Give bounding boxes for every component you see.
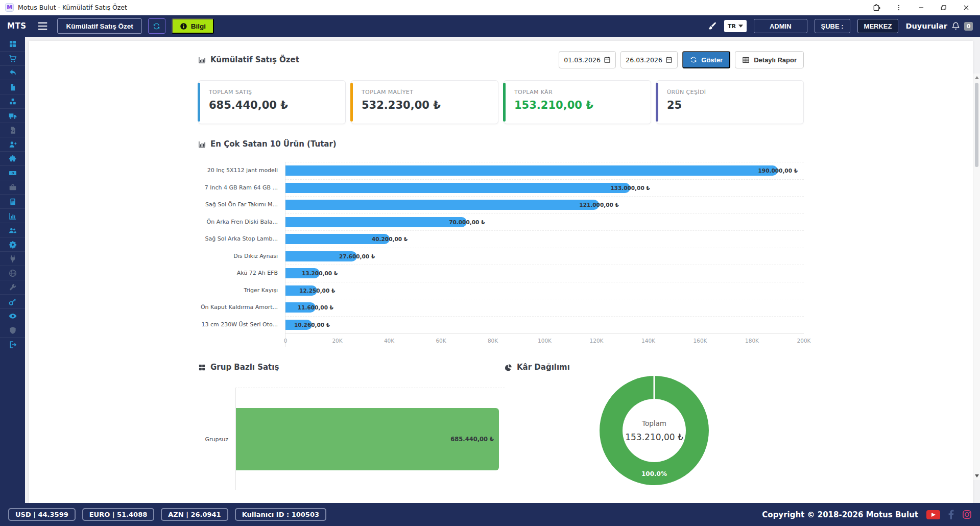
date-from-input[interactable]: 01.03.2026	[559, 51, 616, 68]
category-label: 20 Inç 5X112 jant modeli	[198, 162, 285, 179]
bar-value-label: 10.260,00 ₺	[294, 322, 330, 328]
grid-icon	[198, 364, 206, 371]
bar-track: 11.600,00 ₺	[285, 299, 804, 316]
chart-row: Akü 72 Ah EFB13.200,00 ₺	[198, 265, 804, 282]
undo-icon	[9, 69, 17, 77]
sidebar-item-users[interactable]	[0, 223, 25, 237]
category-label: Triger Kayışı	[198, 282, 285, 299]
card-value: 153.210,00 ₺	[514, 99, 641, 111]
theme-brush-icon[interactable]	[708, 21, 717, 31]
x-tick-label: 100K	[538, 338, 552, 344]
refresh-page-button[interactable]	[148, 18, 165, 34]
toolbox-icon	[9, 183, 17, 192]
card-label: TOPLAM SATIŞ	[209, 89, 336, 95]
sidebar-item-grid[interactable]	[0, 37, 25, 51]
puzzle-icon	[9, 155, 17, 163]
language-select[interactable]: TR	[724, 20, 747, 32]
sidebar-item-money[interactable]	[0, 165, 25, 180]
sidebar-item-file[interactable]	[0, 80, 25, 94]
app-logo-icon: M	[5, 3, 14, 12]
bar-track: 27.600,00 ₺	[285, 248, 804, 265]
category-label: Sağ Sol Ön Far Takımı M...	[198, 196, 285, 213]
show-button[interactable]: Göster	[682, 51, 730, 68]
brand-logo[interactable]: MTS	[7, 21, 26, 31]
cart-icon	[9, 55, 17, 63]
sidebar-item-globe[interactable]	[0, 266, 25, 280]
sidebar-item-cogs[interactable]	[0, 237, 25, 251]
branch-label-button[interactable]: ŞUBE :	[815, 19, 850, 33]
sidebar-item-logout[interactable]	[0, 337, 25, 351]
sidebar-item-file-code[interactable]	[0, 123, 25, 137]
value-bar[interactable]	[285, 200, 599, 210]
bar-chart-icon	[198, 56, 206, 64]
scroll-down-arrow[interactable]	[975, 474, 979, 477]
chart-row: Ön Arka Fren Diski Bala...70.000,00 ₺	[198, 213, 804, 231]
vertical-scrollbar[interactable]	[973, 74, 980, 480]
donut-ring[interactable]: Toplam 153.210,00 ₺ 100.0%	[600, 376, 709, 485]
menu-toggle-icon[interactable]	[37, 22, 48, 30]
bar-track: 13.200,00 ₺	[285, 265, 804, 282]
logout-icon	[9, 341, 17, 349]
maximize-button[interactable]	[939, 3, 948, 12]
chart-row: Sağ Sol Ön Far Takımı M...121.000,00 ₺	[198, 196, 804, 213]
category-label: Dıs Dıkız Aynası	[198, 248, 285, 265]
top-products-title: En Çok Satan 10 Ürün (Tutar)	[198, 139, 804, 149]
scrollbar-thumb[interactable]	[975, 83, 978, 167]
x-tick-label: 80K	[488, 338, 498, 344]
group-bar[interactable]: 685.440,00 ₺	[236, 408, 499, 470]
footer-chip[interactable]: USD | 44.3599	[8, 508, 76, 521]
extensions-icon[interactable]	[872, 3, 881, 12]
browser-menu-icon[interactable]	[894, 3, 903, 12]
sidebar-item-user-plus[interactable]	[0, 137, 25, 151]
sidebar-item-eye[interactable]	[0, 308, 25, 323]
page-title-button[interactable]: Kümülatif Satış Özet	[57, 18, 141, 34]
sidebar-item-cubes[interactable]	[0, 94, 25, 108]
donut-slice-gap	[654, 376, 655, 399]
detailed-report-button[interactable]: Detaylı Rapor	[735, 51, 804, 68]
minimize-button[interactable]	[917, 3, 926, 12]
refresh-icon	[690, 56, 697, 63]
sidebar-item-wrench[interactable]	[0, 280, 25, 294]
announcements-count-badge: 0	[964, 22, 973, 31]
profit-donut-chart: Toplam 153.210,00 ₺ 100.0%	[600, 376, 709, 485]
youtube-icon[interactable]	[926, 510, 940, 519]
card-accent-bar	[656, 83, 658, 122]
value-bar[interactable]	[285, 165, 778, 176]
bar-value-label: 12.250,00 ₺	[299, 288, 335, 294]
bar-value-label: 190.000,00 ₺	[758, 168, 798, 174]
close-button[interactable]	[962, 3, 971, 12]
sidebar-item-truck[interactable]	[0, 108, 25, 123]
chart-row: 7 Inch 4 GB Ram 64 GB ...133.000,00 ₺	[198, 179, 804, 197]
instagram-icon[interactable]	[962, 510, 972, 519]
donut-percentage-label: 100.0%	[641, 470, 667, 477]
branch-value-button[interactable]: MERKEZ	[857, 19, 899, 33]
info-circle-icon	[180, 22, 187, 30]
x-tick-label: 0	[284, 338, 288, 344]
scroll-up-arrow[interactable]	[975, 76, 979, 79]
facebook-icon[interactable]	[948, 510, 954, 519]
sidebar-item-undo[interactable]	[0, 65, 25, 80]
sidebar-item-toolbox[interactable]	[0, 180, 25, 194]
admin-button[interactable]: ADMIN	[754, 19, 807, 33]
sidebar-item-puzzle[interactable]	[0, 151, 25, 165]
sidebar-item-plug[interactable]	[0, 251, 25, 266]
card-accent-bar	[198, 83, 200, 122]
bar-track: 133.000,00 ₺	[285, 179, 804, 197]
sidebar-item-key[interactable]	[0, 294, 25, 308]
sidebar-item-calculator[interactable]	[0, 194, 25, 208]
date-to-input[interactable]: 26.03.2026	[620, 51, 678, 68]
bar-value-label: 27.600,00 ₺	[339, 253, 375, 259]
footer-chip[interactable]: AZN | 26.0941	[161, 508, 228, 521]
footer-chip[interactable]: EURO | 51.4088	[82, 508, 155, 521]
wrench-icon	[9, 283, 17, 292]
footer-chip[interactable]: Kullanıcı ID : 100503	[235, 508, 326, 521]
sidebar-item-cart[interactable]	[0, 51, 25, 65]
top-products-chart: 20 Inç 5X112 jant modeli190.000,00 ₺7 In…	[198, 162, 804, 347]
value-bar[interactable]	[285, 217, 467, 227]
announcements[interactable]: Duyurular 0	[905, 21, 973, 31]
info-button[interactable]: Bilgi	[172, 18, 214, 34]
card-accent-bar	[503, 83, 506, 122]
sidebar-item-chart-bar[interactable]	[0, 208, 25, 223]
value-bar[interactable]	[285, 183, 630, 193]
sidebar-item-shield[interactable]	[0, 323, 25, 337]
